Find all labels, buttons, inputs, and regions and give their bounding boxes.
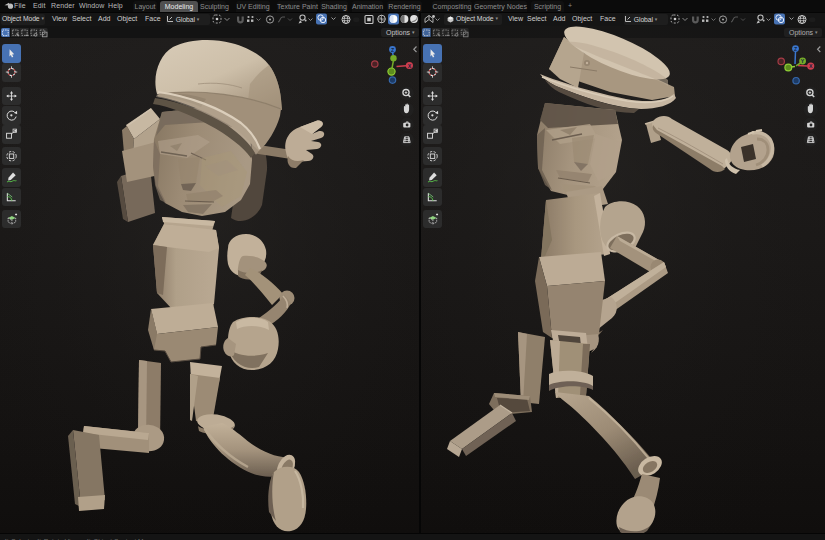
svg-text:Y: Y — [801, 58, 805, 64]
svg-text:X: X — [809, 63, 813, 69]
svg-text:X: X — [408, 63, 412, 69]
